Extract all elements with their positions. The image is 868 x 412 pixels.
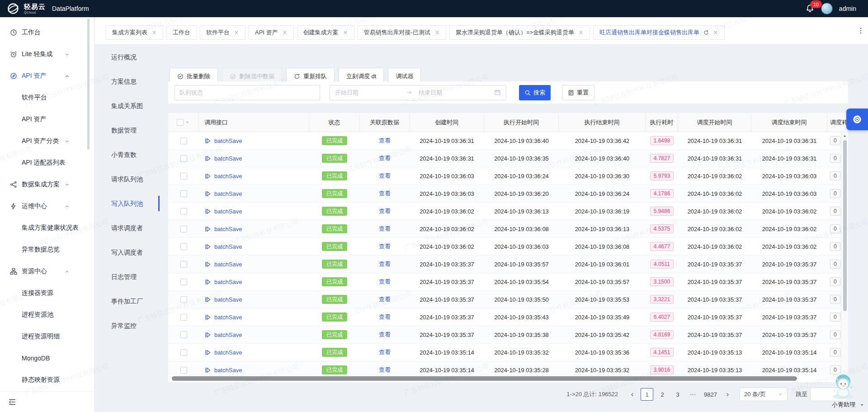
sidebar-item-1[interactable]: Lite 轻集成 [0, 43, 94, 65]
submenu-item-10[interactable]: 事件加工厂 [95, 289, 167, 313]
submenu-item-7[interactable]: 请求调度者 [95, 216, 167, 240]
row-checkbox[interactable] [180, 261, 187, 268]
notification-bell-icon[interactable]: 10 [806, 4, 815, 13]
horizontal-scrollbar-thumb[interactable] [172, 376, 797, 381]
row-checkbox[interactable] [180, 155, 187, 162]
column-header-3[interactable]: 创建时间 [410, 113, 484, 132]
assistant-mascot[interactable] [826, 373, 860, 400]
row-checkbox[interactable] [180, 296, 187, 303]
submenu-item-1[interactable]: 方案信息 [95, 69, 167, 94]
sidebar-item-12[interactable]: 连接器资源 [0, 282, 94, 304]
api-link[interactable]: batchSave [214, 314, 242, 321]
view-link[interactable]: 查看 [379, 207, 391, 215]
page-button-9827[interactable]: 9827 [702, 388, 719, 401]
sidebar-item-9[interactable]: 集成方案健康状况表 [0, 217, 94, 239]
api-link[interactable]: batchSave [214, 243, 242, 250]
tab-4[interactable]: 创建集成方案 [297, 25, 354, 40]
collapse-sidebar-icon[interactable] [8, 398, 16, 406]
assistant-name-label[interactable]: 小青助理 [832, 401, 855, 409]
row-checkbox[interactable] [180, 190, 187, 197]
row-checkbox[interactable] [180, 208, 187, 215]
tab-2[interactable]: 软件平台 [200, 25, 245, 40]
sidebar-item-10[interactable]: 异常数据总览 [0, 239, 94, 260]
sidebar-item-6[interactable]: API 适配器列表 [0, 152, 94, 174]
view-link[interactable]: 查看 [379, 295, 391, 303]
view-link[interactable]: 查看 [379, 331, 391, 339]
sidebar-item-14[interactable]: 进程资源明细 [0, 326, 94, 347]
column-header-0[interactable]: 调用接口 [199, 113, 309, 132]
search-button[interactable]: 搜索 [519, 85, 551, 100]
view-link[interactable]: 查看 [379, 172, 391, 180]
view-link[interactable]: 查看 [379, 225, 391, 233]
column-header-9[interactable]: 调度耗时 [827, 113, 848, 132]
api-link[interactable]: batchSave [214, 331, 242, 338]
horizontal-scrollbar[interactable] [168, 375, 848, 382]
row-checkbox[interactable] [180, 331, 187, 338]
username-label[interactable]: admin [839, 5, 856, 12]
row-checkbox[interactable] [180, 349, 187, 356]
date-range-picker[interactable]: 开始日期 结束日期 [330, 85, 506, 100]
sidebar-item-0[interactable]: 工作台 [0, 22, 94, 43]
view-link[interactable]: 查看 [379, 154, 391, 162]
view-link[interactable]: 查看 [379, 260, 391, 268]
view-link[interactable]: 查看 [379, 313, 391, 321]
tabs-more-menu-icon[interactable] [857, 27, 864, 34]
submenu-item-2[interactable]: 集成关系图 [95, 94, 167, 118]
tab-6[interactable]: 聚水潭采购退货单（确认）=>金蝶采购退货单 [449, 25, 590, 40]
sidebar-item-5[interactable]: API 资产分类 [0, 130, 94, 152]
sidebar-scrollbar[interactable] [87, 19, 90, 150]
sidebar-item-16[interactable]: 静态映射资源 [0, 369, 94, 391]
tab-3[interactable]: API 资产 [249, 25, 294, 40]
user-avatar[interactable] [821, 3, 833, 14]
api-link[interactable]: batchSave [214, 296, 242, 303]
page-size-select[interactable]: 20 条/页 [740, 388, 788, 401]
reset-button[interactable]: 重置 [562, 85, 594, 100]
api-link[interactable]: batchSave [214, 137, 242, 144]
next-page-button[interactable] [722, 388, 733, 401]
submenu-item-8[interactable]: 写入调度者 [95, 240, 167, 265]
column-header-1[interactable]: 状态 [309, 113, 360, 132]
sidebar-item-13[interactable]: 进程资源池 [0, 304, 94, 326]
submenu-item-9[interactable]: 日志管理 [95, 265, 167, 289]
tab-1[interactable]: 工作台 [166, 25, 197, 40]
page-button-3[interactable]: 3 [671, 388, 684, 401]
sidebar-item-15[interactable]: MongoDB [0, 347, 94, 369]
api-link[interactable]: batchSave [214, 367, 242, 374]
sidebar-item-3[interactable]: 软件平台 [0, 87, 94, 109]
column-settings-button[interactable] [846, 109, 868, 130]
submenu-item-3[interactable]: 数据管理 [95, 118, 167, 142]
view-link[interactable]: 查看 [379, 242, 391, 251]
column-header-6[interactable]: 执行耗时 [646, 113, 678, 132]
api-link[interactable]: batchSave [214, 261, 242, 268]
api-link[interactable]: batchSave [214, 155, 242, 162]
sidebar-item-2[interactable]: API 资产 [0, 65, 94, 87]
prev-page-button[interactable] [626, 388, 638, 401]
submenu-item-6[interactable]: 写入队列池 [95, 191, 167, 216]
select-all-checkbox[interactable] [177, 119, 184, 126]
tab-0[interactable]: 集成方案列表 [106, 25, 163, 40]
assistant-collapse-caret-icon[interactable] [859, 403, 864, 407]
tab-7[interactable]: 旺店通销售出库单对接金蝶销售出库单 [593, 25, 725, 40]
row-checkbox[interactable] [180, 243, 187, 250]
sidebar-item-7[interactable]: 数据集成方案 [0, 174, 94, 195]
vertical-scrollbar[interactable] [841, 132, 848, 375]
row-checkbox[interactable] [180, 173, 187, 180]
api-link[interactable]: batchSave [214, 349, 242, 356]
view-link[interactable]: 查看 [379, 137, 391, 145]
row-checkbox[interactable] [180, 226, 187, 232]
view-link[interactable]: 查看 [379, 348, 391, 356]
api-link[interactable]: batchSave [214, 226, 242, 232]
brand-logo-group[interactable]: 轻易云 QCloud [6, 2, 46, 15]
sidebar-item-11[interactable]: 资源中心 [0, 260, 94, 282]
api-link[interactable]: batchSave [214, 190, 242, 197]
queue-status-input[interactable] [175, 85, 320, 100]
api-link[interactable]: batchSave [214, 173, 242, 180]
sidebar-item-4[interactable]: API 资产 [0, 109, 94, 130]
row-checkbox[interactable] [180, 279, 187, 285]
api-link[interactable]: batchSave [214, 279, 242, 285]
column-header-4[interactable]: 执行开始时间 [484, 113, 559, 132]
view-link[interactable]: 查看 [379, 366, 391, 374]
sidebar-item-8[interactable]: 运维中心 [0, 195, 94, 217]
page-button-2[interactable]: 2 [656, 388, 669, 401]
view-link[interactable]: 查看 [379, 278, 391, 286]
